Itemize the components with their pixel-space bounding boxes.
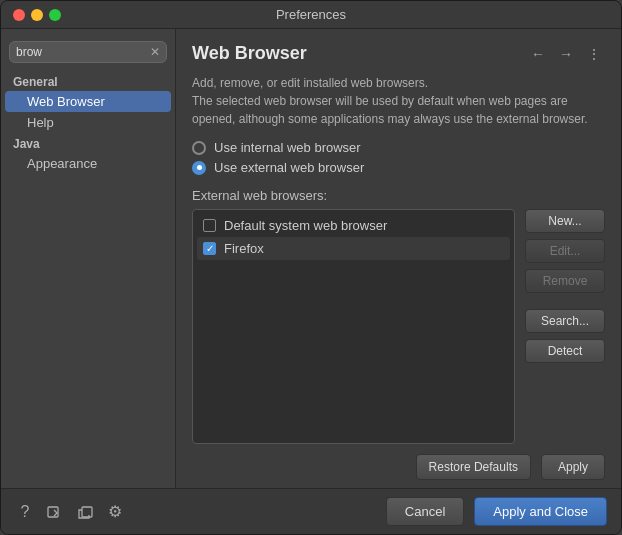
window-title: Preferences: [276, 7, 346, 22]
forward-icon[interactable]: →: [555, 44, 577, 64]
content-title: Web Browser: [192, 43, 307, 64]
detect-button[interactable]: Detect: [525, 339, 605, 363]
content-footer: Restore Defaults Apply: [192, 454, 605, 480]
browser-item-firefox[interactable]: Firefox: [197, 237, 510, 260]
svg-rect-1: [82, 507, 92, 517]
external-browsers-label: External web browsers:: [192, 188, 605, 203]
use-internal-radio[interactable]: [192, 141, 206, 155]
settings-icon[interactable]: ⚙: [105, 502, 125, 522]
content-area: Web Browser ← → ⋮ Add, remove, or edit i…: [176, 29, 621, 488]
use-internal-label: Use internal web browser: [214, 140, 361, 155]
footer-right-buttons: Cancel Apply and Close: [386, 497, 607, 526]
new-button[interactable]: New...: [525, 209, 605, 233]
sidebar-item-web-browser[interactable]: Web Browser: [5, 91, 171, 112]
preferences-window: Preferences ✕ General Web Browser Help J…: [0, 0, 622, 535]
menu-icon[interactable]: ⋮: [583, 44, 605, 64]
edit-button[interactable]: Edit...: [525, 239, 605, 263]
browsers-buttons: New... Edit... Remove Search... Detect: [525, 209, 605, 444]
radio-group: Use internal web browser Use external we…: [192, 140, 605, 180]
browsers-area: Default system web browser Firefox New..…: [192, 209, 605, 444]
sidebar-section-general: General Web Browser Help: [1, 71, 175, 133]
browsers-list: Default system web browser Firefox: [192, 209, 515, 444]
browser-label-default: Default system web browser: [224, 218, 387, 233]
sidebar-item-help[interactable]: Help: [5, 112, 171, 133]
traffic-lights: [13, 9, 61, 21]
header-icons: ← → ⋮: [527, 44, 605, 64]
apply-close-button[interactable]: Apply and Close: [474, 497, 607, 526]
use-internal-row: Use internal web browser: [192, 140, 605, 155]
sidebar-item-appearance[interactable]: Appearance: [5, 153, 171, 174]
footer-left-icons: ? ⚙: [15, 502, 125, 522]
sidebar-section-java: Java Appearance: [1, 133, 175, 174]
browser-checkbox-firefox[interactable]: [203, 242, 216, 255]
sidebar: ✕ General Web Browser Help Java Appearan…: [1, 29, 176, 488]
browser-item-default[interactable]: Default system web browser: [197, 214, 510, 237]
maximize-button[interactable]: [49, 9, 61, 21]
search-bar[interactable]: ✕: [9, 41, 167, 63]
apply-button[interactable]: Apply: [541, 454, 605, 480]
cancel-button[interactable]: Cancel: [386, 497, 464, 526]
main-area: ✕ General Web Browser Help Java Appearan…: [1, 29, 621, 488]
search-input[interactable]: [16, 45, 150, 59]
content-header: Web Browser ← → ⋮: [192, 43, 605, 64]
browser-label-firefox: Firefox: [224, 241, 264, 256]
search-button[interactable]: Search...: [525, 309, 605, 333]
remove-button[interactable]: Remove: [525, 269, 605, 293]
export2-icon: [75, 502, 95, 522]
browser-checkbox-default[interactable]: [203, 219, 216, 232]
sidebar-group-java: Java: [1, 133, 175, 153]
export1-icon: [45, 502, 65, 522]
use-external-row: Use external web browser: [192, 160, 605, 175]
help-icon[interactable]: ?: [15, 502, 35, 522]
clear-search-icon[interactable]: ✕: [150, 45, 160, 59]
close-button[interactable]: [13, 9, 25, 21]
titlebar: Preferences: [1, 1, 621, 29]
restore-defaults-button[interactable]: Restore Defaults: [416, 454, 531, 480]
back-icon[interactable]: ←: [527, 44, 549, 64]
minimize-button[interactable]: [31, 9, 43, 21]
use-external-radio[interactable]: [192, 161, 206, 175]
sidebar-group-general: General: [1, 71, 175, 91]
description-text: Add, remove, or edit installed web brows…: [192, 74, 605, 128]
window-footer: ? ⚙ Cancel Apply and Close: [1, 488, 621, 534]
use-external-label: Use external web browser: [214, 160, 364, 175]
